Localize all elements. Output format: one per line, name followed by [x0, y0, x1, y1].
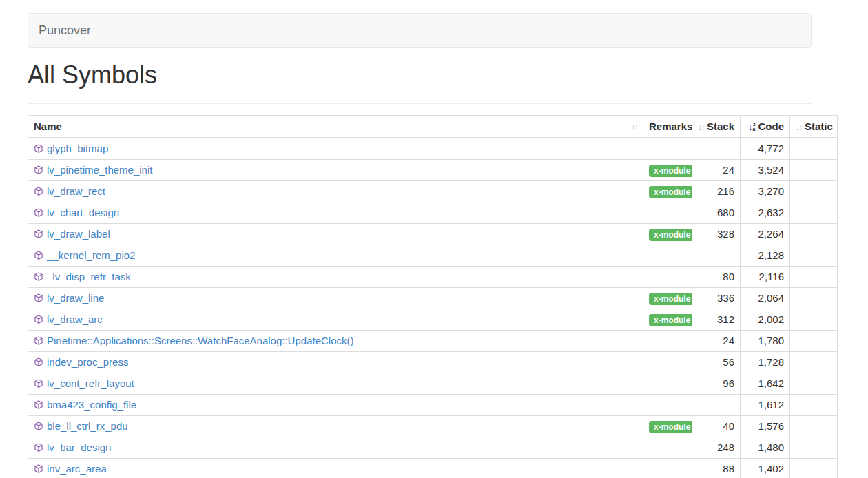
symbol-name-cell: __kernel_rem_pio2	[28, 245, 643, 267]
static-value	[790, 288, 838, 309]
symbol-name-cell: lv_pinetime_theme_init	[28, 160, 643, 181]
brand-link[interactable]: Puncover	[39, 23, 91, 38]
package-icon	[34, 165, 43, 174]
symbol-link[interactable]: lv_pinetime_theme_init	[47, 164, 152, 176]
symbol-link[interactable]: __kernel_rem_pio2	[47, 249, 135, 261]
navbar: Puncover	[28, 13, 812, 48]
code-value: 4,772	[741, 138, 790, 160]
table-row: lv_draw_linex-module3362,064	[28, 288, 838, 309]
code-value: 2,116	[741, 267, 790, 288]
column-header-stack[interactable]: ↓↑Stack	[692, 116, 741, 138]
table-header: Name ↓↑ Remarks ↓↑Stack ↓zaCode ↓↑Static	[28, 116, 838, 138]
symbol-link[interactable]: glyph_bitmap	[47, 143, 108, 154]
code-value: 1,780	[741, 331, 790, 352]
package-icon	[34, 271, 43, 281]
remarks-cell: x-module	[643, 309, 692, 331]
x-module-badge: x-module	[649, 421, 692, 433]
package-icon	[34, 314, 43, 324]
remarks-cell: x-module	[643, 416, 692, 437]
table-row: Pinetime::Applications::Screens::WatchFa…	[28, 331, 838, 352]
code-value: 2,002	[741, 309, 790, 331]
table-row: bma423_config_file1,612	[28, 395, 838, 416]
stack-value: 336	[692, 288, 741, 309]
package-icon	[34, 335, 43, 345]
symbol-link[interactable]: Pinetime::Applications::Screens::WatchFa…	[47, 335, 353, 346]
static-value	[790, 181, 838, 202]
symbol-name-cell: lv_draw_arc	[28, 309, 643, 331]
symbol-link[interactable]: lv_draw_arc	[47, 313, 103, 325]
symbol-link[interactable]: _lv_disp_refr_task	[47, 271, 131, 282]
symbol-link[interactable]: lv_chart_design	[47, 207, 119, 218]
symbol-link[interactable]: indev_proc_press	[47, 356, 128, 368]
stack-value: 328	[692, 224, 741, 245]
column-header-remarks: Remarks	[643, 116, 692, 138]
stack-value: 216	[692, 181, 741, 202]
column-header-code[interactable]: ↓zaCode	[741, 116, 790, 138]
stack-value: 312	[692, 309, 741, 331]
symbols-table: Name ↓↑ Remarks ↓↑Stack ↓zaCode ↓↑Static…	[28, 115, 838, 478]
table-row: lv_draw_arcx-module3122,002	[28, 309, 838, 331]
x-module-badge: x-module	[649, 314, 692, 326]
table-row: lv_draw_labelx-module3282,264	[28, 224, 838, 245]
symbol-name-cell: bma423_config_file	[28, 395, 643, 416]
remarks-cell	[643, 352, 692, 373]
column-header-static[interactable]: ↓↑Static	[790, 116, 838, 138]
symbol-name-cell: glyph_bitmap	[28, 138, 643, 160]
symbol-link[interactable]: lv_bar_design	[47, 441, 111, 453]
symbol-link[interactable]: lv_draw_label	[47, 228, 110, 240]
column-header-name[interactable]: Name ↓↑	[28, 116, 643, 138]
symbol-name-cell: lv_draw_line	[28, 288, 643, 309]
code-value: 2,264	[741, 224, 790, 245]
static-value	[790, 373, 838, 395]
symbol-name-cell: Pinetime::Applications::Screens::WatchFa…	[28, 331, 643, 352]
static-value	[790, 395, 838, 416]
package-icon	[34, 378, 43, 388]
package-icon	[34, 143, 43, 153]
column-label: Name	[34, 121, 62, 132]
code-value: 3,524	[741, 160, 790, 181]
x-module-badge: x-module	[649, 186, 692, 198]
package-icon	[34, 207, 43, 217]
table-row: lv_cont_refr_layout961,642	[28, 373, 838, 395]
stack-value: 56	[692, 352, 741, 373]
table-row: ble_ll_ctrl_rx_pdux-module401,576	[28, 416, 838, 437]
remarks-cell	[643, 202, 692, 224]
column-label: Static	[805, 121, 833, 132]
code-value: 2,064	[741, 288, 790, 309]
remarks-cell	[643, 138, 692, 160]
static-value	[790, 309, 838, 331]
symbol-link[interactable]: lv_cont_refr_layout	[47, 377, 134, 389]
sort-both-icon: ↓↑	[796, 122, 802, 132]
package-icon	[34, 250, 43, 260]
symbol-name-cell: inv_arc_area	[28, 459, 643, 478]
package-icon	[34, 442, 43, 452]
static-value	[790, 224, 838, 245]
symbol-link[interactable]: lv_draw_rect	[47, 185, 105, 197]
symbol-link[interactable]: ble_ll_ctrl_rx_pdu	[47, 420, 128, 432]
column-label: Stack	[707, 121, 734, 132]
code-value: 1,402	[741, 459, 790, 478]
stack-value: 680	[692, 202, 741, 224]
sort-desc-za-icon: ↓za	[748, 122, 755, 132]
static-value	[790, 437, 838, 459]
symbol-link[interactable]: lv_draw_line	[47, 292, 104, 304]
table-row: _lv_disp_refr_task802,116	[28, 267, 838, 288]
column-label: Code	[758, 121, 785, 132]
divider	[28, 103, 812, 104]
column-label: Remarks	[649, 121, 692, 132]
stack-value: 24	[692, 331, 741, 352]
table-row: glyph_bitmap4,772	[28, 138, 838, 160]
stack-value: 248	[692, 437, 741, 459]
stack-value	[692, 138, 741, 160]
stack-value: 96	[692, 373, 741, 395]
remarks-cell	[643, 437, 692, 459]
static-value	[790, 352, 838, 373]
symbol-name-cell: indev_proc_press	[28, 352, 643, 373]
symbol-name-cell: _lv_disp_refr_task	[28, 267, 643, 288]
symbol-name-cell: lv_draw_rect	[28, 181, 643, 202]
remarks-cell: x-module	[643, 288, 692, 309]
table-row: lv_bar_design2481,480	[28, 437, 838, 459]
sort-both-icon: ↓↑	[698, 122, 704, 132]
symbol-link[interactable]: bma423_config_file	[47, 399, 136, 411]
symbol-link[interactable]: inv_arc_area	[47, 463, 107, 475]
